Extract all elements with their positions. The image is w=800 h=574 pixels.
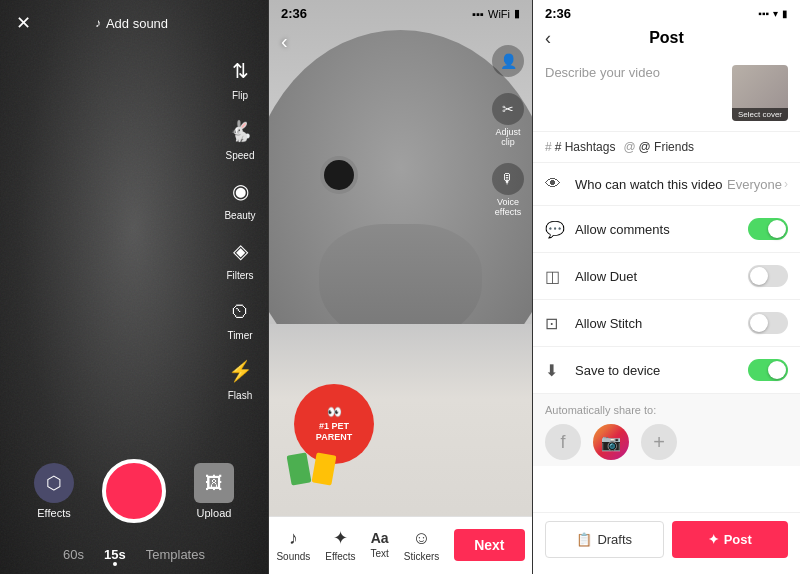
share-facebook-button[interactable]: f [545, 424, 581, 460]
camera-mode-bar: 60s 15s Templates [0, 539, 268, 574]
video-time: 2:36 [281, 6, 307, 21]
speed-tool[interactable]: 🐇 Speed [224, 115, 256, 161]
post-bottom-actions: 📋 Drafts ✦ Post [533, 512, 800, 574]
toggle-knob-duet [750, 267, 768, 285]
post-panel: 2:36 ▪▪▪ ▾ ▮ ‹ Post Describe your video … [533, 0, 800, 574]
thumbnail-label: Select cover [732, 108, 788, 121]
toggle-knob-stitch [750, 314, 768, 332]
voice-icon[interactable]: 🎙 [492, 163, 524, 195]
post-wifi-icon: ▾ [773, 8, 778, 19]
camera-right-tools: ⇅ Flip 🐇 Speed ◉ Beauty ◈ Filters ⏲ Time… [224, 55, 256, 401]
at-icon: @ [623, 140, 635, 154]
effects-bottom-button[interactable]: ✦ Effects [325, 527, 355, 562]
allow-duet-toggle[interactable] [748, 265, 788, 287]
mode-60s[interactable]: 60s [63, 547, 84, 562]
battery-icon: ▮ [514, 7, 520, 20]
toggle-knob-save [768, 361, 786, 379]
post-button[interactable]: ✦ Post [672, 521, 789, 558]
post-body: Describe your video Select cover # # Has… [533, 55, 800, 512]
flip-tool[interactable]: ⇅ Flip [224, 55, 256, 101]
add-sound-label: Add sound [106, 16, 168, 31]
profile-icon[interactable]: 👤 [492, 45, 524, 77]
upload-icon: 🖼 [194, 463, 234, 503]
post-battery-icon: ▮ [782, 8, 788, 19]
add-sound-button[interactable]: ♪ Add sound [95, 16, 168, 31]
video-top-bar: 2:36 ▪▪▪ WiFi ▮ [269, 0, 532, 27]
wifi-icon: WiFi [488, 8, 510, 20]
drafts-label: Drafts [597, 532, 632, 547]
mode-templates[interactable]: Templates [146, 547, 205, 562]
text-label: Text [371, 548, 389, 559]
video-right-tools: 👤 ✂ Adjustclip 🎙 Voiceeffects [492, 45, 524, 217]
friends-label: @ Friends [639, 140, 695, 154]
video-voice-tool[interactable]: 🎙 Voiceeffects [492, 163, 524, 217]
hashtag-button[interactable]: # # Hashtags [545, 140, 615, 154]
post-signal-icon: ▪▪▪ [758, 8, 769, 19]
toggle-knob [768, 220, 786, 238]
upload-button[interactable]: 🖼 Upload [194, 463, 234, 519]
flash-tool[interactable]: ⚡ Flash [224, 355, 256, 401]
friends-button[interactable]: @ @ Friends [623, 140, 694, 154]
post-status-icons: ▪▪▪ ▾ ▮ [758, 8, 788, 19]
flip-icon: ⇅ [224, 55, 256, 87]
post-thumbnail[interactable]: Select cover [732, 65, 788, 121]
share-add-button[interactable]: + [641, 424, 677, 460]
timer-tool[interactable]: ⏲ Timer [224, 295, 256, 341]
flip-label: Flip [232, 90, 248, 101]
comment-icon: 💬 [545, 220, 565, 239]
camera-close-button[interactable]: ✕ [16, 12, 31, 34]
post-describe-row: Describe your video Select cover [533, 55, 800, 132]
allow-comments-toggle[interactable] [748, 218, 788, 240]
next-button[interactable]: Next [454, 529, 524, 561]
hashtag-icon: # [545, 140, 552, 154]
save-device-toggle[interactable] [748, 359, 788, 381]
clip-label: Adjustclip [495, 127, 520, 147]
text-button[interactable]: Aa Text [371, 530, 389, 559]
camera-panel: ✕ ♪ Add sound ⇅ Flip 🐇 Speed ◉ Beauty ◈ … [0, 0, 268, 574]
shutter-button[interactable] [102, 459, 166, 523]
who-can-watch-row[interactable]: 👁 Who can watch this video Everyone › [533, 163, 800, 206]
flash-icon: ⚡ [224, 355, 256, 387]
allow-stitch-toggle[interactable] [748, 312, 788, 334]
stickers-button[interactable]: ☺ Stickers [404, 528, 440, 562]
allow-comments-row: 💬 Allow comments [533, 206, 800, 253]
chevron-right-icon: › [784, 177, 788, 191]
sticker-overlay: 👀 #1 PETPARENT [294, 384, 394, 474]
save-device-label: Save to device [575, 363, 748, 378]
camera-bottom: ⬡ Effects 🖼 Upload 60s 15s Templates [0, 449, 268, 574]
beauty-icon: ◉ [224, 175, 256, 207]
clip-icon[interactable]: ✂ [492, 93, 524, 125]
auto-share-label: Automatically share to: [545, 404, 788, 416]
duet-icon: ◫ [545, 267, 565, 286]
effects-bottom-label: Effects [325, 551, 355, 562]
music-icon: ♪ [95, 16, 101, 30]
stickers-icon: ☺ [412, 528, 430, 549]
drafts-button[interactable]: 📋 Drafts [545, 521, 664, 558]
stickers-label: Stickers [404, 551, 440, 562]
effects-bottom-icon: ✦ [333, 527, 348, 549]
video-status-icons: ▪▪▪ WiFi ▮ [472, 7, 520, 20]
mode-15s[interactable]: 15s [104, 547, 126, 562]
video-bottom-bar: ♪ Sounds ✦ Effects Aa Text ☺ Stickers Ne… [269, 516, 532, 574]
beauty-tool[interactable]: ◉ Beauty [224, 175, 256, 221]
share-instagram-button[interactable]: 📷 [593, 424, 629, 460]
post-describe-input[interactable]: Describe your video [545, 65, 722, 121]
effects-button[interactable]: ⬡ Effects [34, 463, 74, 519]
allow-comments-label: Allow comments [575, 222, 748, 237]
sounds-label: Sounds [276, 551, 310, 562]
auto-share-section: Automatically share to: f 📷 + [533, 394, 800, 466]
heart-sticker: 👀 #1 PETPARENT [294, 384, 374, 464]
sounds-button[interactable]: ♪ Sounds [276, 528, 310, 562]
flash-label: Flash [228, 390, 252, 401]
video-clip-tool[interactable]: ✂ Adjustclip [492, 93, 524, 147]
allow-duet-row: ◫ Allow Duet [533, 253, 800, 300]
filters-label: Filters [226, 270, 253, 281]
video-profile-tool[interactable]: 👤 [492, 45, 524, 77]
voice-label: Voiceeffects [495, 197, 521, 217]
video-back-button[interactable]: ‹ [281, 30, 288, 53]
filters-icon: ◈ [224, 235, 256, 267]
effects-label: Effects [37, 507, 70, 519]
filters-tool[interactable]: ◈ Filters [224, 235, 256, 281]
post-back-button[interactable]: ‹ [545, 28, 551, 49]
ribbon-left [287, 452, 312, 485]
